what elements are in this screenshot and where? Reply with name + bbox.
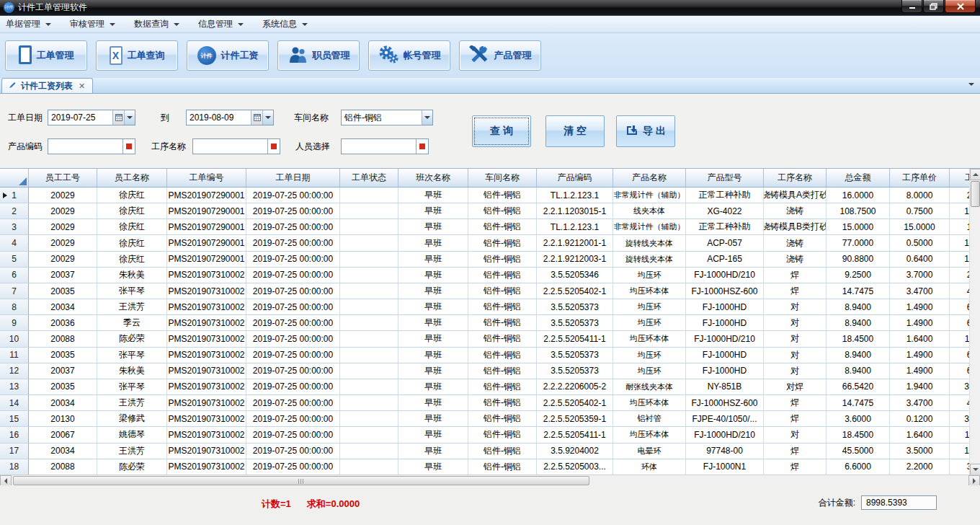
grid-cell[interactable]: 0.6400 xyxy=(890,252,950,268)
row-header[interactable]: 16 xyxy=(0,427,29,443)
grid-cell[interactable]: 0.1200 xyxy=(890,411,950,427)
menu-item-5[interactable]: 系统信息 xyxy=(262,18,308,30)
grid-cell[interactable]: 陈必荣 xyxy=(97,331,167,347)
grid-cell[interactable]: 1.9400 xyxy=(890,379,950,395)
toolbar-button-5[interactable]: 帐号管理 xyxy=(368,40,450,71)
row-header[interactable]: 11 xyxy=(0,348,29,363)
grid-cell[interactable]: 20029 xyxy=(29,203,97,219)
grid-cell[interactable]: 浇铸 xyxy=(764,203,827,219)
grid-cell[interactable]: PMS201907310002 xyxy=(167,348,246,363)
grid-cell[interactable]: 早班 xyxy=(398,219,468,235)
grid-cell[interactable]: 张平琴 xyxy=(97,379,167,395)
horizontal-scroll-thumb[interactable] xyxy=(13,476,589,485)
grid-cell[interactable]: 20035 xyxy=(29,379,97,395)
grid-cell[interactable] xyxy=(340,188,398,203)
grid-cell[interactable]: 8.9400 xyxy=(827,299,890,315)
column-header-9[interactable]: 产品名称 xyxy=(613,169,686,188)
grid-cell[interactable]: 6 xyxy=(950,348,969,363)
grid-cell[interactable]: 20029 xyxy=(29,235,97,251)
grid-cell[interactable]: PMS201907310002 xyxy=(167,331,246,347)
grid-cell[interactable]: FJ-1000HD xyxy=(686,315,764,331)
grid-cell[interactable]: 2019-07-25 00:00:00 xyxy=(246,331,340,347)
grid-cell[interactable]: 铝件-铜铝 xyxy=(468,348,537,363)
row-header[interactable]: 12 xyxy=(0,363,29,379)
grid-cell[interactable]: 王洪芳 xyxy=(97,395,167,411)
grid-cell[interactable]: 铝件-铜铝 xyxy=(468,331,537,347)
grid-cell[interactable]: 1.4900 xyxy=(890,315,950,331)
grid-cell[interactable]: FJ-1000HD/210 xyxy=(686,268,764,283)
grid-cell[interactable]: 3.5.5205373 xyxy=(537,363,613,379)
grid-cell[interactable]: 20067 xyxy=(29,427,97,443)
grid-cell[interactable]: 3.4700 xyxy=(890,283,950,299)
table-row[interactable]: 720035张平琴PMS2019073100022019-07-25 00:00… xyxy=(0,283,969,299)
table-row[interactable]: 420029徐庆红PMS2019072900012019-07-25 00:00… xyxy=(0,235,969,251)
grid-cell[interactable]: 对焊 xyxy=(764,379,827,395)
grid-cell[interactable]: 均压环本体 xyxy=(613,283,686,299)
grid-cell[interactable]: 66.5420 xyxy=(827,379,890,395)
grid-cell[interactable]: 焊 xyxy=(764,411,827,427)
grid-cell[interactable]: PMS201907310002 xyxy=(167,363,246,379)
grid-cell[interactable]: 徐庆红 xyxy=(97,252,167,268)
grid-cell[interactable]: 4 xyxy=(950,395,969,411)
toolbar-button-6[interactable]: 产品管理 xyxy=(459,40,541,71)
grid-cell[interactable]: 早班 xyxy=(398,315,468,331)
grid-cell[interactable]: 铝件-铜铝 xyxy=(468,188,537,203)
grid-cell[interactable]: 2019-07-25 00:00:00 xyxy=(246,283,340,299)
menu-item-3[interactable]: 数据查询 xyxy=(134,18,179,30)
grid-cell[interactable]: 环体 xyxy=(613,459,686,475)
grid-cell[interactable]: 18.4500 xyxy=(827,331,890,347)
grid-cell[interactable]: 90.8800 xyxy=(827,252,890,268)
grid-cell[interactable]: 早班 xyxy=(398,379,468,395)
grid-cell[interactable]: 均压环本体 xyxy=(613,331,686,347)
row-header[interactable]: 8 xyxy=(0,299,29,315)
grid-cell[interactable]: ACP-057 xyxy=(686,235,764,251)
column-header-4[interactable]: 工单日期 xyxy=(246,169,340,188)
grid-cell[interactable]: 2.2.5.5205402-1 xyxy=(537,283,613,299)
grid-cell[interactable]: 均压环 xyxy=(613,299,686,315)
grid-cell[interactable]: 铝件-铜铝 xyxy=(468,203,537,219)
grid-cell[interactable]: 张平琴 xyxy=(97,348,167,363)
grid-cell[interactable]: 77.0000 xyxy=(827,235,890,251)
tab-list-dropdown-icon[interactable] xyxy=(968,83,974,86)
grid-cell[interactable]: 20035 xyxy=(29,348,97,363)
grid-cell[interactable]: 6.6000 xyxy=(827,459,890,475)
column-header-8[interactable]: 产品编码 xyxy=(537,169,613,188)
grid-cell[interactable]: 早班 xyxy=(398,203,468,219)
grid-cell[interactable]: 徐庆红 xyxy=(97,235,167,251)
table-row[interactable]: 620037朱秋美PMS2019073100022019-07-25 00:00… xyxy=(0,268,969,283)
grid-cell[interactable]: 2019-07-25 00:00:00 xyxy=(246,379,340,395)
grid-cell[interactable]: 早班 xyxy=(398,283,468,299)
calendar-icon[interactable] xyxy=(251,110,262,125)
grid-cell[interactable]: 1 xyxy=(950,219,969,235)
grid-cell[interactable]: 对 xyxy=(764,315,827,331)
row-header[interactable]: 6 xyxy=(0,268,29,283)
grid-cell[interactable]: 34 xyxy=(950,379,969,395)
table-row[interactable]: 120029徐庆红PMS2019072900012019-07-25 00:00… xyxy=(0,188,969,203)
toolbar-button-2[interactable]: X工单查询 xyxy=(96,40,178,71)
grid-cell[interactable]: 2019-07-25 00:00:00 xyxy=(246,315,340,331)
grid-cell[interactable]: 20034 xyxy=(29,395,97,411)
grid-cell[interactable]: 对 xyxy=(764,331,827,347)
grid-cell[interactable]: 均压环 xyxy=(613,315,686,331)
grid-cell[interactable]: 2019-07-25 00:00:00 xyxy=(246,411,340,427)
row-header[interactable]: 9 xyxy=(0,315,29,331)
workshop-dropdown-icon[interactable] xyxy=(422,110,432,125)
grid-cell[interactable]: 20088 xyxy=(29,331,97,347)
grid-cell[interactable]: 均压环 xyxy=(613,268,686,283)
grid-cell[interactable]: 铝件-铜铝 xyxy=(468,268,537,283)
grid-cell[interactable]: 3.5.5205373 xyxy=(537,348,613,363)
grid-cell[interactable]: 梁修武 xyxy=(97,411,167,427)
column-header-11[interactable]: 工序名称 xyxy=(764,169,827,188)
toolbar-button-1[interactable]: 工单管理 xyxy=(5,40,87,71)
grid-cell[interactable]: TL.1.2.123.1 xyxy=(537,219,613,235)
grid-cell[interactable]: 对 xyxy=(764,299,827,315)
grid-cell[interactable]: 1.4900 xyxy=(890,363,950,379)
grid-cell[interactable]: ACP-165 xyxy=(686,252,764,268)
grid-cell[interactable]: 20130 xyxy=(29,411,97,427)
grid-cell[interactable]: 非常规计件（辅助） xyxy=(613,188,686,203)
grid-cell[interactable]: 早班 xyxy=(398,188,468,203)
grid-cell[interactable]: PMS201907310002 xyxy=(167,459,246,475)
grid-cell[interactable]: 2.2.5.5205411-1 xyxy=(537,427,613,443)
export-button[interactable]: 导 出 xyxy=(616,115,675,147)
grid-cell[interactable]: 铝件-铜铝 xyxy=(468,219,537,235)
